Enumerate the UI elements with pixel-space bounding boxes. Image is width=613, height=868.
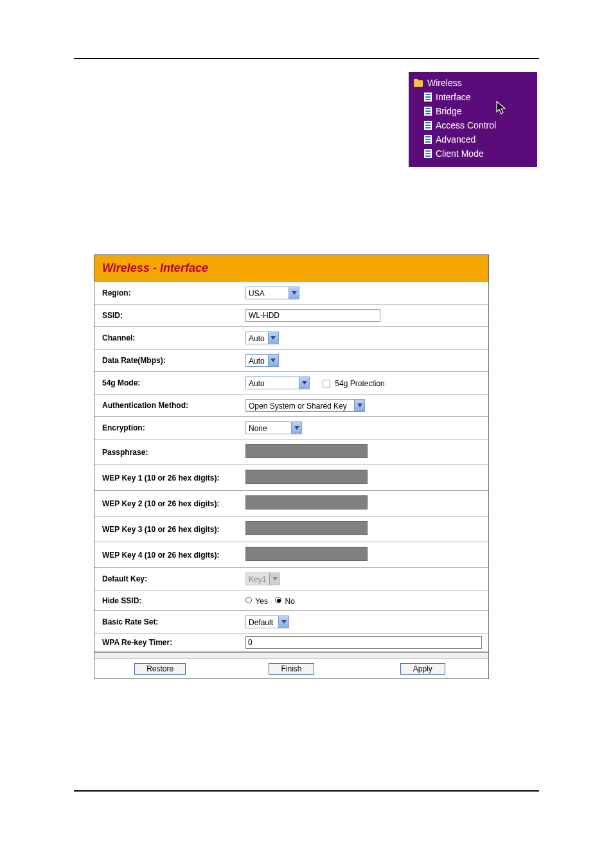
page-rule-top [74, 58, 539, 59]
